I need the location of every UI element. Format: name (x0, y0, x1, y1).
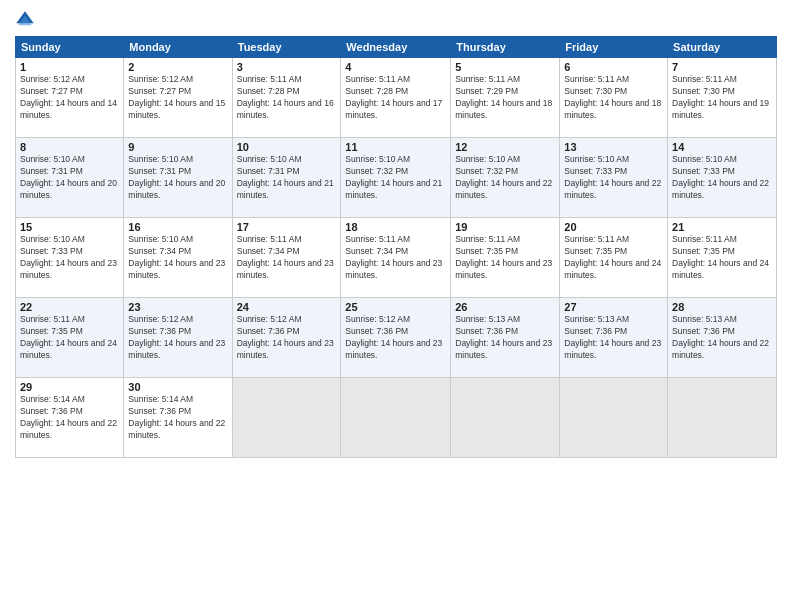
day-number: 3 (237, 61, 337, 73)
calendar-cell: 4 Sunrise: 5:11 AM Sunset: 7:28 PM Dayli… (341, 58, 451, 138)
calendar-cell: 5 Sunrise: 5:11 AM Sunset: 7:29 PM Dayli… (451, 58, 560, 138)
calendar-cell (668, 378, 777, 458)
header-cell-friday: Friday (560, 37, 668, 58)
day-number: 27 (564, 301, 663, 313)
calendar-cell: 14 Sunrise: 5:10 AM Sunset: 7:33 PM Dayl… (668, 138, 777, 218)
calendar-cell: 30 Sunrise: 5:14 AM Sunset: 7:36 PM Dayl… (124, 378, 232, 458)
header-cell-thursday: Thursday (451, 37, 560, 58)
day-info: Sunrise: 5:13 AM Sunset: 7:36 PM Dayligh… (564, 314, 663, 362)
day-info: Sunrise: 5:10 AM Sunset: 7:31 PM Dayligh… (128, 154, 227, 202)
day-number: 10 (237, 141, 337, 153)
day-info: Sunrise: 5:12 AM Sunset: 7:36 PM Dayligh… (345, 314, 446, 362)
calendar-cell: 17 Sunrise: 5:11 AM Sunset: 7:34 PM Dayl… (232, 218, 341, 298)
header-cell-wednesday: Wednesday (341, 37, 451, 58)
calendar-cell: 29 Sunrise: 5:14 AM Sunset: 7:36 PM Dayl… (16, 378, 124, 458)
day-number: 7 (672, 61, 772, 73)
calendar-cell: 6 Sunrise: 5:11 AM Sunset: 7:30 PM Dayli… (560, 58, 668, 138)
week-row-0: 1 Sunrise: 5:12 AM Sunset: 7:27 PM Dayli… (16, 58, 777, 138)
day-number: 17 (237, 221, 337, 233)
day-number: 19 (455, 221, 555, 233)
calendar-table: SundayMondayTuesdayWednesdayThursdayFrid… (15, 36, 777, 458)
day-number: 16 (128, 221, 227, 233)
calendar-cell: 3 Sunrise: 5:11 AM Sunset: 7:28 PM Dayli… (232, 58, 341, 138)
calendar-cell (560, 378, 668, 458)
calendar-cell: 8 Sunrise: 5:10 AM Sunset: 7:31 PM Dayli… (16, 138, 124, 218)
day-info: Sunrise: 5:11 AM Sunset: 7:30 PM Dayligh… (564, 74, 663, 122)
day-number: 25 (345, 301, 446, 313)
calendar-cell (232, 378, 341, 458)
day-number: 9 (128, 141, 227, 153)
day-number: 26 (455, 301, 555, 313)
calendar-cell: 25 Sunrise: 5:12 AM Sunset: 7:36 PM Dayl… (341, 298, 451, 378)
header-row: SundayMondayTuesdayWednesdayThursdayFrid… (16, 37, 777, 58)
calendar-cell: 7 Sunrise: 5:11 AM Sunset: 7:30 PM Dayli… (668, 58, 777, 138)
day-number: 14 (672, 141, 772, 153)
day-number: 1 (20, 61, 119, 73)
calendar-cell: 23 Sunrise: 5:12 AM Sunset: 7:36 PM Dayl… (124, 298, 232, 378)
page: SundayMondayTuesdayWednesdayThursdayFrid… (0, 0, 792, 612)
day-info: Sunrise: 5:10 AM Sunset: 7:33 PM Dayligh… (20, 234, 119, 282)
day-number: 29 (20, 381, 119, 393)
week-row-1: 8 Sunrise: 5:10 AM Sunset: 7:31 PM Dayli… (16, 138, 777, 218)
day-info: Sunrise: 5:10 AM Sunset: 7:33 PM Dayligh… (672, 154, 772, 202)
day-number: 13 (564, 141, 663, 153)
calendar-cell: 19 Sunrise: 5:11 AM Sunset: 7:35 PM Dayl… (451, 218, 560, 298)
day-info: Sunrise: 5:11 AM Sunset: 7:34 PM Dayligh… (345, 234, 446, 282)
day-number: 12 (455, 141, 555, 153)
day-info: Sunrise: 5:11 AM Sunset: 7:35 PM Dayligh… (20, 314, 119, 362)
day-info: Sunrise: 5:14 AM Sunset: 7:36 PM Dayligh… (128, 394, 227, 442)
day-number: 5 (455, 61, 555, 73)
day-info: Sunrise: 5:11 AM Sunset: 7:35 PM Dayligh… (672, 234, 772, 282)
day-number: 22 (20, 301, 119, 313)
calendar-cell (451, 378, 560, 458)
calendar-cell: 10 Sunrise: 5:10 AM Sunset: 7:31 PM Dayl… (232, 138, 341, 218)
day-info: Sunrise: 5:12 AM Sunset: 7:27 PM Dayligh… (128, 74, 227, 122)
day-info: Sunrise: 5:12 AM Sunset: 7:36 PM Dayligh… (237, 314, 337, 362)
calendar-cell: 24 Sunrise: 5:12 AM Sunset: 7:36 PM Dayl… (232, 298, 341, 378)
calendar-cell: 2 Sunrise: 5:12 AM Sunset: 7:27 PM Dayli… (124, 58, 232, 138)
calendar-cell: 26 Sunrise: 5:13 AM Sunset: 7:36 PM Dayl… (451, 298, 560, 378)
calendar-cell: 12 Sunrise: 5:10 AM Sunset: 7:32 PM Dayl… (451, 138, 560, 218)
day-info: Sunrise: 5:11 AM Sunset: 7:30 PM Dayligh… (672, 74, 772, 122)
day-info: Sunrise: 5:12 AM Sunset: 7:27 PM Dayligh… (20, 74, 119, 122)
day-info: Sunrise: 5:14 AM Sunset: 7:36 PM Dayligh… (20, 394, 119, 442)
day-number: 23 (128, 301, 227, 313)
day-info: Sunrise: 5:11 AM Sunset: 7:35 PM Dayligh… (564, 234, 663, 282)
day-info: Sunrise: 5:12 AM Sunset: 7:36 PM Dayligh… (128, 314, 227, 362)
day-number: 24 (237, 301, 337, 313)
day-number: 15 (20, 221, 119, 233)
calendar-cell (341, 378, 451, 458)
day-info: Sunrise: 5:10 AM Sunset: 7:32 PM Dayligh… (345, 154, 446, 202)
logo-icon (15, 10, 35, 30)
day-info: Sunrise: 5:10 AM Sunset: 7:33 PM Dayligh… (564, 154, 663, 202)
header-cell-sunday: Sunday (16, 37, 124, 58)
day-number: 18 (345, 221, 446, 233)
calendar-cell: 11 Sunrise: 5:10 AM Sunset: 7:32 PM Dayl… (341, 138, 451, 218)
day-info: Sunrise: 5:10 AM Sunset: 7:31 PM Dayligh… (20, 154, 119, 202)
day-info: Sunrise: 5:13 AM Sunset: 7:36 PM Dayligh… (455, 314, 555, 362)
header-cell-tuesday: Tuesday (232, 37, 341, 58)
day-info: Sunrise: 5:11 AM Sunset: 7:28 PM Dayligh… (237, 74, 337, 122)
day-number: 8 (20, 141, 119, 153)
day-info: Sunrise: 5:11 AM Sunset: 7:34 PM Dayligh… (237, 234, 337, 282)
day-info: Sunrise: 5:10 AM Sunset: 7:31 PM Dayligh… (237, 154, 337, 202)
day-number: 11 (345, 141, 446, 153)
calendar-cell: 27 Sunrise: 5:13 AM Sunset: 7:36 PM Dayl… (560, 298, 668, 378)
day-number: 30 (128, 381, 227, 393)
day-info: Sunrise: 5:11 AM Sunset: 7:35 PM Dayligh… (455, 234, 555, 282)
header-cell-monday: Monday (124, 37, 232, 58)
day-number: 4 (345, 61, 446, 73)
calendar-cell: 16 Sunrise: 5:10 AM Sunset: 7:34 PM Dayl… (124, 218, 232, 298)
calendar-cell: 1 Sunrise: 5:12 AM Sunset: 7:27 PM Dayli… (16, 58, 124, 138)
calendar-cell: 18 Sunrise: 5:11 AM Sunset: 7:34 PM Dayl… (341, 218, 451, 298)
day-info: Sunrise: 5:10 AM Sunset: 7:32 PM Dayligh… (455, 154, 555, 202)
day-info: Sunrise: 5:13 AM Sunset: 7:36 PM Dayligh… (672, 314, 772, 362)
calendar-cell: 20 Sunrise: 5:11 AM Sunset: 7:35 PM Dayl… (560, 218, 668, 298)
day-info: Sunrise: 5:11 AM Sunset: 7:29 PM Dayligh… (455, 74, 555, 122)
day-number: 21 (672, 221, 772, 233)
calendar-cell: 13 Sunrise: 5:10 AM Sunset: 7:33 PM Dayl… (560, 138, 668, 218)
calendar-cell: 9 Sunrise: 5:10 AM Sunset: 7:31 PM Dayli… (124, 138, 232, 218)
header-cell-saturday: Saturday (668, 37, 777, 58)
day-info: Sunrise: 5:10 AM Sunset: 7:34 PM Dayligh… (128, 234, 227, 282)
week-row-3: 22 Sunrise: 5:11 AM Sunset: 7:35 PM Dayl… (16, 298, 777, 378)
